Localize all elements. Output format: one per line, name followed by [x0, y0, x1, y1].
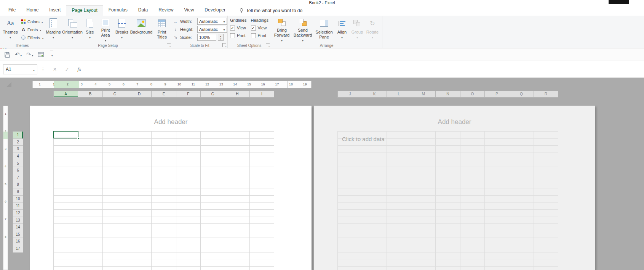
- row-header[interactable]: 7: [13, 174, 23, 182]
- cancel-icon[interactable]: [49, 66, 61, 73]
- column-header[interactable]: C: [103, 91, 127, 97]
- breaks-button[interactable]: Breaks: [114, 16, 129, 42]
- row-header[interactable]: 6: [13, 167, 23, 174]
- row-header[interactable]: 3: [13, 146, 23, 153]
- row-header[interactable]: 5: [13, 160, 23, 167]
- gridlines-view-checkbox-row[interactable]: ✓ View: [230, 24, 249, 32]
- formula-input[interactable]: [88, 64, 644, 74]
- row-header[interactable]: 2: [13, 139, 23, 146]
- height-dropdown[interactable]: Automatic: [197, 26, 227, 33]
- width-dropdown[interactable]: Automatic: [197, 18, 227, 25]
- click-to-add-data-placeholder[interactable]: Click to add data: [342, 136, 385, 142]
- gridlines-view-checkbox[interactable]: ✓: [230, 26, 235, 31]
- column-header[interactable]: R: [534, 91, 558, 97]
- insert-function-button[interactable]: fx: [73, 66, 85, 72]
- row-header[interactable]: 14: [13, 224, 23, 231]
- worksheet-grid-page1[interactable]: [53, 131, 274, 270]
- headings-view-checkbox[interactable]: ✓: [251, 26, 256, 31]
- column-header[interactable]: B: [78, 91, 102, 97]
- add-header-placeholder[interactable]: Add header: [30, 118, 312, 126]
- sheet-options-dialog-launcher-icon[interactable]: [266, 43, 270, 47]
- tab-formulas[interactable]: Formulas: [103, 5, 133, 16]
- vertical-ruler[interactable]: 12345678: [3, 106, 8, 270]
- add-header-placeholder[interactable]: Add header: [314, 118, 595, 126]
- page-setup-dialog-launcher-icon[interactable]: [167, 43, 171, 47]
- customize-qat-button[interactable]: [48, 50, 55, 59]
- column-header[interactable]: E: [152, 91, 176, 97]
- row-header[interactable]: 11: [13, 202, 23, 210]
- print-area-button[interactable]: Print Area: [97, 16, 114, 42]
- column-header[interactable]: K: [362, 91, 387, 97]
- send-backward-button[interactable]: Send Backward: [292, 16, 314, 42]
- column-header[interactable]: N: [436, 91, 460, 97]
- column-header[interactable]: A: [54, 91, 78, 97]
- row-header[interactable]: 1: [13, 132, 23, 139]
- fonts-button[interactable]: A Fonts: [20, 26, 45, 34]
- effects-button[interactable]: Effects: [20, 34, 45, 42]
- chevron-down-icon[interactable]: [20, 51, 22, 58]
- background-button[interactable]: Background: [129, 16, 153, 42]
- row-header[interactable]: 16: [13, 238, 23, 245]
- formula-bar-handle-icon[interactable]: [41, 67, 45, 72]
- chevron-down-icon[interactable]: [31, 66, 37, 73]
- horizontal-ruler[interactable]: 112345678910111213141516171819: [32, 81, 312, 88]
- row-header[interactable]: 4: [13, 153, 23, 160]
- themes-button[interactable]: Aa Themes: [1, 16, 20, 42]
- column-header[interactable]: H: [225, 91, 249, 97]
- headings-print-checkbox[interactable]: [251, 33, 256, 38]
- column-header[interactable]: F: [176, 91, 201, 97]
- row-header[interactable]: 10: [13, 196, 23, 203]
- row-header[interactable]: 15: [13, 231, 23, 238]
- column-header[interactable]: P: [485, 91, 509, 97]
- headings-view-checkbox-row[interactable]: ✓ View: [251, 24, 270, 32]
- save-button[interactable]: [3, 50, 12, 59]
- tab-page-layout[interactable]: Page Layout: [66, 5, 103, 16]
- column-header[interactable]: L: [387, 91, 411, 97]
- tab-developer[interactable]: Developer: [199, 5, 231, 16]
- scale-spinner[interactable]: [218, 34, 224, 41]
- tab-view[interactable]: View: [179, 5, 200, 16]
- bring-forward-button[interactable]: Bring Forward: [272, 16, 292, 42]
- gridlines-print-checkbox[interactable]: [230, 33, 235, 38]
- tab-data[interactable]: Data: [133, 5, 153, 16]
- column-header[interactable]: M: [411, 91, 436, 97]
- column-header[interactable]: D: [127, 91, 152, 97]
- worksheet-grid-page2[interactable]: [337, 131, 558, 270]
- headings-print-checkbox-row[interactable]: Print: [251, 32, 270, 39]
- tab-home[interactable]: Home: [21, 5, 44, 16]
- selection-pane-button[interactable]: Selection Pane: [314, 16, 334, 42]
- enter-icon[interactable]: [61, 66, 73, 72]
- tab-file[interactable]: File: [3, 5, 21, 16]
- column-header[interactable]: G: [201, 91, 225, 97]
- redo-button[interactable]: [25, 50, 35, 59]
- scale-input[interactable]: 100%: [197, 34, 216, 41]
- scale-to-fit-dialog-launcher-icon[interactable]: [222, 43, 226, 47]
- tab-review[interactable]: Review: [153, 5, 179, 16]
- tab-insert[interactable]: Insert: [44, 5, 66, 16]
- column-header[interactable]: J: [338, 91, 362, 97]
- column-header[interactable]: O: [460, 91, 485, 97]
- ruler-tick: 16: [256, 81, 270, 88]
- orientation-button[interactable]: Orientation: [62, 16, 83, 42]
- margins-button[interactable]: Margins: [45, 16, 62, 42]
- row-header[interactable]: 8: [13, 181, 23, 188]
- gridlines-print-checkbox-row[interactable]: Print: [230, 32, 249, 39]
- row-header[interactable]: 9: [13, 188, 23, 196]
- chevron-down-icon[interactable]: [31, 51, 34, 58]
- tell-me-box[interactable]: Tell me what you want to do: [239, 5, 302, 16]
- print-titles-button[interactable]: Print Titles: [153, 16, 171, 42]
- name-box[interactable]: A1: [3, 64, 37, 74]
- row-header[interactable]: 12: [13, 210, 23, 217]
- size-button[interactable]: Size: [83, 16, 97, 42]
- colors-button[interactable]: Colors: [20, 18, 45, 26]
- print-area-label: Print Area: [99, 28, 112, 38]
- active-cell-a1[interactable]: [53, 131, 78, 138]
- row-header[interactable]: 13: [13, 217, 23, 224]
- quick-command-button[interactable]: [36, 50, 45, 59]
- row-header[interactable]: 17: [13, 245, 23, 252]
- column-header[interactable]: Q: [509, 91, 534, 97]
- column-header[interactable]: I: [250, 91, 274, 97]
- align-button[interactable]: Align: [334, 16, 350, 42]
- undo-button[interactable]: [13, 50, 23, 59]
- fill-handle[interactable]: [77, 137, 79, 139]
